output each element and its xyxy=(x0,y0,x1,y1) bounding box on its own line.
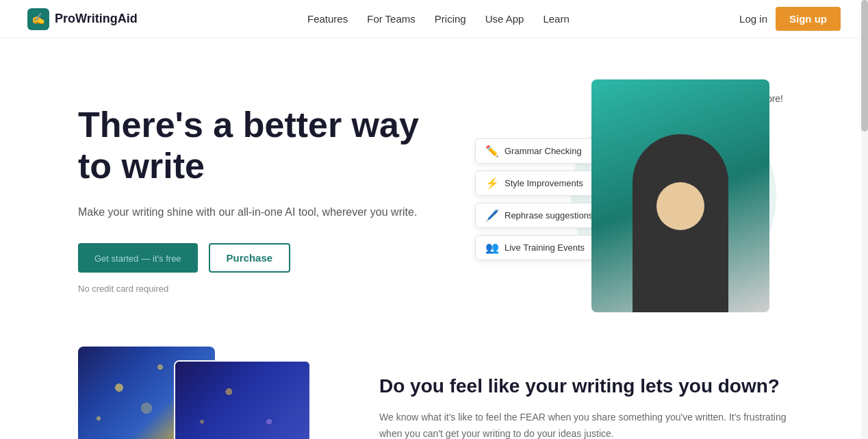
starry-night-2 xyxy=(175,362,309,439)
logo-link[interactable]: ✍ ProWritingAid xyxy=(27,8,138,30)
feature-pills: ✏️ Grammar Checking ⚡ Style Improvements… xyxy=(475,138,603,260)
hero-buttons: Get started — it's free Purchase xyxy=(78,243,434,273)
hero-illustration: ...and more! ★ ✏️ Grammar Checking ⚡ Sty… xyxy=(475,79,790,319)
scrollbar-thumb[interactable] xyxy=(861,0,868,131)
pill-rephrase: 🖊️ Rephrase suggestions xyxy=(475,203,603,228)
login-button[interactable]: Log in xyxy=(739,13,767,25)
grammar-icon: ✏️ xyxy=(485,145,499,158)
get-started-button[interactable]: Get started — it's free xyxy=(78,243,198,273)
section2-images: My idea in my head xyxy=(78,347,338,439)
nav-for-teams[interactable]: For Teams xyxy=(367,13,416,25)
pill-style: ⚡ Style Improvements xyxy=(475,171,603,196)
hero-section: There's a better way to write Make your … xyxy=(23,38,845,347)
section2-body: We know what it's like to feel the FEAR … xyxy=(379,410,790,439)
logo-icon: ✍ xyxy=(27,8,49,30)
purchase-button[interactable]: Purchase xyxy=(209,243,291,273)
nav-links: Features For Teams Pricing Use App Learn xyxy=(307,13,570,25)
nav-features[interactable]: Features xyxy=(307,13,348,25)
section2: My idea in my head Do you feel like your… xyxy=(23,347,845,439)
hero-subtitle: Make your writing shine with our all-in-… xyxy=(78,203,434,221)
hero-title: There's a better way to write xyxy=(78,105,434,187)
hero-person-image xyxy=(591,79,769,312)
nav-pricing[interactable]: Pricing xyxy=(435,13,466,25)
navbar: ✍ ProWritingAid Features For Teams Prici… xyxy=(0,0,868,38)
pill-training: 👥 Live Training Events xyxy=(475,235,603,260)
section2-title: Do you feel like your writing lets you d… xyxy=(379,374,790,399)
pill-grammar: ✏️ Grammar Checking xyxy=(475,138,603,164)
nav-learn[interactable]: Learn xyxy=(543,13,569,25)
style-icon: ⚡ xyxy=(485,177,499,190)
logo-text: ProWritingAid xyxy=(55,12,138,26)
nav-right: Log in Sign up xyxy=(739,7,841,31)
hero-left: There's a better way to write Make your … xyxy=(78,105,434,293)
image-front xyxy=(174,360,311,439)
image-stack: My idea in my head xyxy=(78,347,311,439)
person-visual xyxy=(591,79,769,312)
no-credit-card-note: No credit card required xyxy=(78,284,434,294)
training-icon: 👥 xyxy=(485,241,499,254)
section2-text-block: Do you feel like your writing lets you d… xyxy=(379,347,790,439)
signup-button[interactable]: Sign up xyxy=(776,7,841,31)
nav-use-app[interactable]: Use App xyxy=(485,13,524,25)
scrollbar[interactable] xyxy=(861,0,868,439)
rephrase-icon: 🖊️ xyxy=(485,209,499,222)
